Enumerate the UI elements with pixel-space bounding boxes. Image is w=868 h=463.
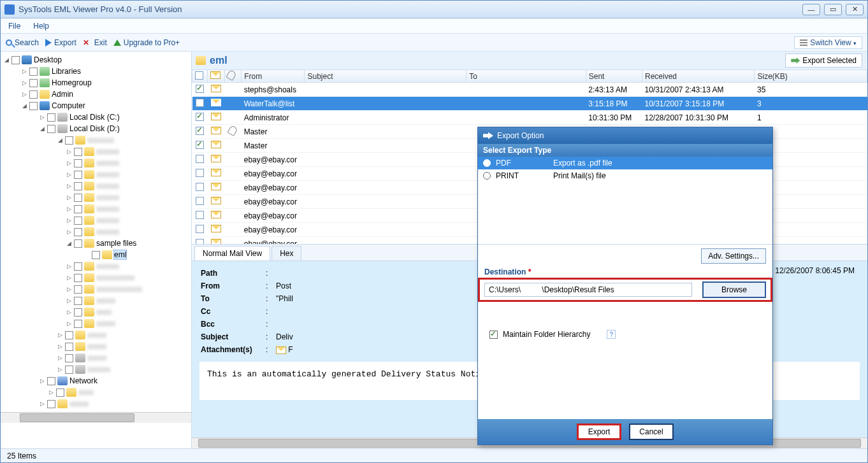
col-sent[interactable]: Sent bbox=[586, 70, 642, 83]
exit-button[interactable]: ✕Exit bbox=[83, 38, 107, 47]
tree-node-folder[interactable]: ▷xxxxxx bbox=[1, 226, 191, 238]
bcc-label: Bcc bbox=[201, 318, 264, 330]
row-checkbox[interactable] bbox=[196, 141, 204, 149]
destination-input[interactable] bbox=[484, 283, 692, 297]
row-checkbox[interactable] bbox=[196, 225, 204, 233]
tab-normal-mail-view[interactable]: Normal Mail View bbox=[194, 246, 270, 260]
tree-node-admin[interactable]: ▷Admin bbox=[1, 89, 191, 100]
tree-node-sample[interactable]: ◢sample files bbox=[1, 238, 191, 249]
tree-node-network[interactable]: ▷Network bbox=[1, 375, 191, 387]
subject-value: Deliv bbox=[276, 331, 293, 343]
search-button[interactable]: Search bbox=[6, 38, 39, 47]
tree-node-folder[interactable]: ▷xxxxxx bbox=[1, 260, 191, 272]
cell-from: Master bbox=[242, 125, 305, 139]
subject-label: Subject bbox=[201, 331, 264, 343]
tree-node-folder[interactable]: ▷xxxxx bbox=[1, 398, 191, 410]
tree-node-folder[interactable]: ▷xxxxxx bbox=[1, 169, 191, 180]
envelope-icon bbox=[211, 99, 221, 106]
network-icon bbox=[57, 376, 68, 385]
tree-node-local-c[interactable]: ▷Local Disk (C:) bbox=[1, 111, 191, 123]
row-checkbox[interactable] bbox=[196, 169, 204, 177]
maintain-hierarchy-checkbox[interactable] bbox=[489, 331, 498, 339]
row-checkbox[interactable] bbox=[196, 113, 204, 121]
row-checkbox[interactable] bbox=[196, 155, 204, 163]
table-row[interactable]: WaterTalk@list3:15:18 PM10/31/2007 3:15:… bbox=[192, 97, 867, 111]
tree-node-folder[interactable]: ▷xxxxxxxxxxxx bbox=[1, 283, 191, 295]
toolbar: Search Export ✕Exit Upgrade to Pro+ Swit… bbox=[1, 34, 867, 52]
export-selected-button[interactable]: Export Selected bbox=[785, 53, 862, 68]
tree-node-folder[interactable]: ▷xxxxxx bbox=[1, 203, 191, 215]
envelope-icon bbox=[211, 239, 221, 245]
advanced-settings-button[interactable]: Adv. Settings... bbox=[701, 248, 766, 264]
cell-received: 10/31/2007 2:43:13 AM bbox=[642, 83, 755, 97]
export-arrow-icon bbox=[483, 131, 493, 140]
cell-size: 35 bbox=[755, 83, 867, 97]
tree-node-desktop[interactable]: ◢Desktop bbox=[1, 54, 191, 66]
maximize-button[interactable]: ▭ bbox=[824, 4, 842, 15]
folder-tree-sidebar[interactable]: ◢Desktop ▷Libraries ▷Homegroup ▷Admin ◢C… bbox=[1, 52, 192, 448]
browse-button[interactable]: Browse bbox=[702, 281, 766, 298]
folder-icon bbox=[84, 147, 94, 156]
select-all-checkbox[interactable] bbox=[195, 71, 203, 80]
envelope-icon bbox=[211, 113, 221, 120]
row-checkbox[interactable] bbox=[196, 99, 204, 107]
tree-node-computer[interactable]: ◢Computer bbox=[1, 100, 191, 111]
export-type-print[interactable]: PRINTPrint Mail(s) file bbox=[478, 169, 772, 182]
tree-node-folder[interactable]: ▷xxxx bbox=[1, 387, 191, 398]
tab-hex[interactable]: Hex bbox=[271, 246, 301, 260]
row-checkbox[interactable] bbox=[196, 197, 204, 205]
grid-header[interactable]: From Subject To Sent Received Size(KB) bbox=[192, 70, 867, 83]
menu-file[interactable]: File bbox=[8, 22, 20, 31]
tree-node-folder[interactable]: ▷xxxxxx bbox=[1, 157, 191, 169]
tree-node-folder[interactable]: ▷xxxxx bbox=[1, 341, 191, 352]
col-from[interactable]: From bbox=[242, 70, 305, 83]
dialog-section-header: Select Export Type bbox=[478, 144, 772, 157]
tree-node-eml[interactable]: eml bbox=[1, 249, 191, 260]
export-type-pdf[interactable]: PDFExport as .pdf file bbox=[478, 157, 772, 169]
col-received[interactable]: Received bbox=[642, 70, 755, 83]
tree-node-folder[interactable]: ▷xxxxxx bbox=[1, 146, 191, 157]
help-icon[interactable]: ? bbox=[607, 330, 616, 339]
row-checkbox[interactable] bbox=[196, 183, 204, 191]
folder-icon bbox=[84, 159, 94, 167]
cancel-button[interactable]: Cancel bbox=[629, 424, 674, 440]
tree-node-folder[interactable]: ▷xxxxx bbox=[1, 295, 191, 306]
col-size[interactable]: Size(KB) bbox=[755, 70, 867, 83]
col-to[interactable]: To bbox=[467, 70, 586, 83]
menu-help[interactable]: Help bbox=[33, 22, 49, 31]
envelope-icon bbox=[211, 141, 221, 148]
tree-node-folder[interactable]: ◢xxxxxxx bbox=[1, 134, 191, 146]
table-row[interactable]: Administrator10:31:30 PM12/28/2007 10:31… bbox=[192, 111, 867, 125]
row-checkbox[interactable] bbox=[196, 239, 204, 245]
tree-node-folder[interactable]: ▷xxxxxx bbox=[1, 215, 191, 226]
tree-node-folder[interactable]: ▷xxxxxx bbox=[1, 364, 191, 375]
drive-icon bbox=[75, 365, 85, 374]
tree-node-folder[interactable]: ▷xxxxxx bbox=[1, 192, 191, 203]
minimize-button[interactable]: — bbox=[802, 4, 820, 15]
tree-node-libraries[interactable]: ▷Libraries bbox=[1, 66, 191, 77]
tree-node-folder[interactable]: ▷xxxxx bbox=[1, 352, 191, 364]
sidebar-hscroll[interactable] bbox=[1, 412, 191, 423]
cell-received: 10/31/2007 3:15:18 PM bbox=[642, 97, 755, 111]
row-checkbox[interactable] bbox=[196, 211, 204, 219]
envelope-icon bbox=[211, 225, 221, 232]
table-row[interactable]: stephs@shoals2:43:13 AM10/31/2007 2:43:1… bbox=[192, 83, 867, 97]
tree-node-folder[interactable]: ▷xxxxx bbox=[1, 318, 191, 329]
close-button[interactable]: ✕ bbox=[846, 4, 864, 15]
radio-print[interactable] bbox=[483, 172, 491, 180]
row-checkbox[interactable] bbox=[196, 127, 204, 135]
row-checkbox[interactable] bbox=[196, 85, 204, 93]
export-confirm-button[interactable]: Export bbox=[577, 424, 621, 440]
tree-node-folder[interactable]: ▷xxxxxxxxxx bbox=[1, 272, 191, 283]
radio-pdf[interactable] bbox=[483, 159, 491, 167]
tree-node-homegroup[interactable]: ▷Homegroup bbox=[1, 77, 191, 89]
folder-icon bbox=[75, 342, 85, 351]
tree-node-folder[interactable]: ▷xxxx bbox=[1, 306, 191, 318]
tree-node-folder[interactable]: ▷xxxxx bbox=[1, 329, 191, 341]
tree-node-local-d[interactable]: ◢Local Disk (D:) bbox=[1, 123, 191, 134]
export-button[interactable]: Export bbox=[45, 38, 76, 47]
switch-view-button[interactable]: Switch View ▾ bbox=[794, 36, 862, 49]
col-subject[interactable]: Subject bbox=[305, 70, 467, 83]
tree-node-folder[interactable]: ▷xxxxxx bbox=[1, 180, 191, 192]
upgrade-button[interactable]: Upgrade to Pro+ bbox=[113, 38, 180, 47]
